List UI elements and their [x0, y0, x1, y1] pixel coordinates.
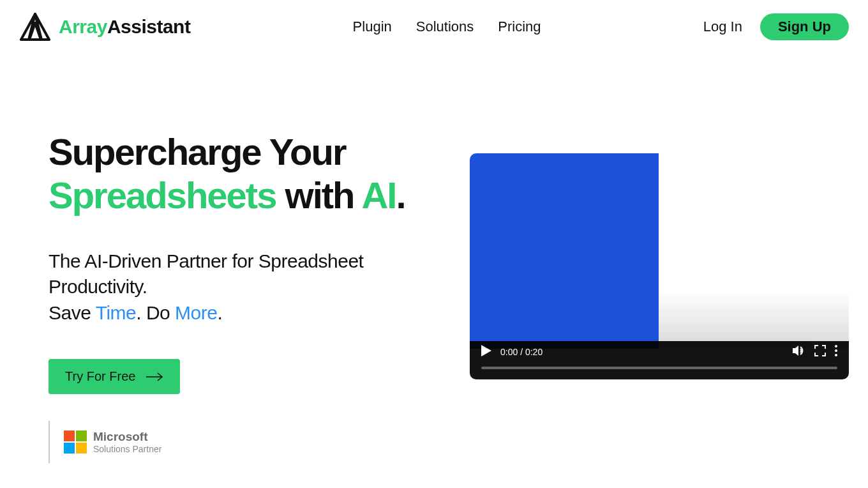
headline-accent: Spreadsheets [49, 174, 276, 216]
more-icon[interactable] [835, 345, 837, 359]
fullscreen-icon[interactable] [814, 345, 826, 359]
cta-button[interactable]: Try For Free [49, 359, 180, 394]
svg-point-4 [835, 349, 837, 352]
svg-marker-2 [793, 346, 798, 356]
partner-line2: Solutions Partner [93, 444, 161, 454]
volume-icon[interactable] [793, 345, 805, 359]
partner-line1: Microsoft [93, 430, 161, 444]
hero-headline: Supercharge Your Spreadsheets with AI. [49, 130, 444, 218]
microsoft-logo-icon [64, 431, 87, 454]
logo-icon [19, 13, 51, 41]
sub-save: Save [49, 302, 96, 323]
svg-marker-1 [481, 345, 491, 356]
hero-subhead: The AI-Driven Partner for Spreadsheet Pr… [49, 248, 444, 326]
brand-part2: Assistant [107, 16, 191, 37]
cta-label: Try For Free [65, 369, 135, 384]
brand-logo[interactable]: ArrayAssistant [19, 13, 190, 41]
nav-link-plugin[interactable]: Plugin [353, 19, 392, 35]
brand-wordmark: ArrayAssistant [59, 16, 190, 38]
video-frame-blue [470, 153, 659, 349]
sub-more: More [175, 302, 217, 323]
nav-link-solutions[interactable]: Solutions [416, 19, 474, 35]
partner-badge-wrap: Microsoft Solutions Partner [49, 421, 444, 463]
site-header: ArrayAssistant Plugin Solutions Pricing … [0, 0, 868, 54]
sub-time: Time [96, 302, 137, 323]
hero-section: Supercharge Your Spreadsheets with AI. T… [0, 54, 868, 463]
svg-point-3 [835, 345, 837, 347]
sub-dot: . [217, 302, 222, 323]
video-controls: 0:00 / 0:20 [470, 341, 849, 379]
microsoft-partner-text: Microsoft Solutions Partner [93, 430, 161, 454]
video-progress-track[interactable] [481, 367, 837, 369]
video-fade [659, 153, 849, 349]
hero-video[interactable]: 0:00 / 0:20 [470, 153, 849, 379]
login-link[interactable]: Log In [703, 19, 742, 35]
headline-dot: . [396, 174, 405, 216]
sub-do: . Do [136, 302, 175, 323]
sub-line1: The AI-Driven Partner for Spreadsheet Pr… [49, 250, 363, 298]
hero-copy: Supercharge Your Spreadsheets with AI. T… [49, 130, 444, 463]
brand-part1: Array [59, 16, 107, 37]
nav-link-pricing[interactable]: Pricing [498, 19, 541, 35]
partner-divider [49, 421, 50, 463]
auth-controls: Log In Sign Up [703, 13, 849, 40]
svg-point-5 [835, 354, 837, 356]
headline-part2: with [276, 174, 361, 216]
video-time: 0:00 / 0:20 [500, 347, 542, 357]
arrow-right-icon [146, 372, 163, 381]
play-icon[interactable] [481, 345, 491, 359]
headline-ai: AI [361, 174, 396, 216]
primary-nav: Plugin Solutions Pricing [353, 19, 541, 35]
signup-button[interactable]: Sign Up [760, 13, 849, 40]
microsoft-partner-badge: Microsoft Solutions Partner [64, 430, 161, 454]
headline-part1: Supercharge Your [49, 131, 345, 172]
